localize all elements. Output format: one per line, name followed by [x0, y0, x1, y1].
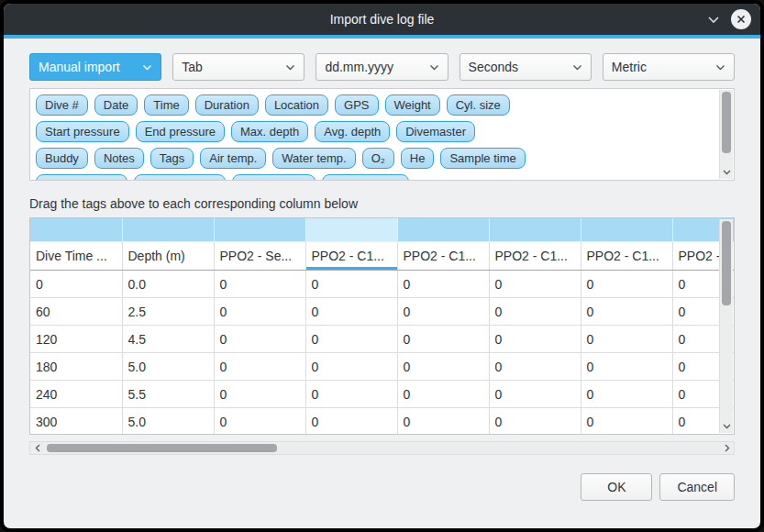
- tag-weight[interactable]: Weight: [385, 94, 440, 116]
- table-cell: 0: [581, 271, 672, 298]
- tag-time[interactable]: Time: [144, 94, 188, 116]
- tag-gps[interactable]: GPS: [335, 94, 378, 116]
- tag-avg-depth[interactable]: Avg. depth: [315, 121, 390, 142]
- combo-row: Manual importTabdd.mm.yyyySecondsMetric: [29, 53, 735, 81]
- drop-cell[interactable]: [581, 218, 672, 242]
- scroll-left-arrow[interactable]: [30, 442, 44, 454]
- combo-import-mode[interactable]: Manual import: [29, 53, 161, 81]
- tag-sample-cns[interactable]: Sample CNS: [322, 174, 409, 181]
- chevron-down-icon: [723, 170, 731, 175]
- tag-water-temp[interactable]: Water temp.: [272, 148, 355, 169]
- titlebar-buttons: [707, 9, 760, 29]
- preview-table-frame: Dive Time ...Depth (m)PPO2 - Se...PPO2 -…: [29, 217, 735, 435]
- combo-duration-format[interactable]: Seconds: [460, 53, 592, 81]
- tag-pool-scrollbar[interactable]: [719, 90, 733, 179]
- tag-air-temp[interactable]: Air temp.: [200, 148, 266, 169]
- scrollbar-track[interactable]: [44, 442, 720, 454]
- table-cell: 0: [581, 326, 672, 353]
- table-cell: 0: [214, 271, 305, 298]
- column-header: PPO2 - Se...: [214, 242, 305, 271]
- table-cell: 0: [489, 381, 581, 408]
- ok-button[interactable]: OK: [581, 473, 652, 501]
- scroll-down-arrow[interactable]: [720, 419, 733, 433]
- tag-o[interactable]: O₂: [362, 148, 394, 169]
- tag-max-depth[interactable]: Max. depth: [231, 121, 308, 142]
- close-button[interactable]: [731, 9, 751, 29]
- combo-field-separator[interactable]: Tab: [172, 53, 304, 81]
- tag-cyl-size[interactable]: Cyl. size: [447, 94, 510, 116]
- tag-sample-depth[interactable]: Sample depth: [36, 174, 127, 181]
- combo-value: Seconds: [469, 60, 572, 74]
- drop-cell[interactable]: [397, 218, 489, 242]
- table-cell: 0: [397, 408, 489, 436]
- tag-location[interactable]: Location: [265, 94, 328, 116]
- chevron-down-icon: [715, 64, 725, 71]
- tag-start-pressure[interactable]: Start pressure: [36, 121, 129, 142]
- table-cell: 0: [489, 408, 581, 436]
- table-cell: 0: [581, 353, 672, 381]
- scrollbar-thumb[interactable]: [47, 444, 277, 452]
- tag-date[interactable]: Date: [94, 94, 138, 116]
- scroll-down-arrow[interactable]: [720, 165, 733, 179]
- column-header: PPO2 - C1...: [397, 242, 489, 271]
- dialog-body: Manual importTabdd.mm.yyyySecondsMetric …: [4, 39, 760, 528]
- table-cell: 0: [214, 353, 305, 381]
- scroll-right-arrow[interactable]: [720, 442, 734, 454]
- table-cell: 0.0: [122, 271, 214, 298]
- table-cell: 0: [305, 326, 397, 353]
- table-horizontal-scrollbar[interactable]: [29, 441, 735, 455]
- column-header: PPO2 - C1...: [489, 242, 581, 271]
- table-cell: 0: [305, 381, 397, 408]
- drop-cell[interactable]: [489, 218, 581, 242]
- tag-dive[interactable]: Dive #: [36, 94, 88, 116]
- chevron-right-icon: [725, 444, 730, 452]
- table-cell: 2.5: [122, 298, 214, 326]
- combo-date-format[interactable]: dd.mm.yyyy: [316, 53, 448, 81]
- tag-buddy[interactable]: Buddy: [36, 148, 88, 169]
- drop-cell[interactable]: [122, 218, 214, 242]
- cancel-button[interactable]: Cancel: [659, 473, 735, 501]
- column-header: Depth (m): [122, 242, 214, 271]
- titlebar-chevron-down-icon[interactable]: [707, 16, 720, 24]
- tag-sample-temp[interactable]: Sample temp.: [134, 174, 226, 181]
- scrollbar-track[interactable]: [720, 219, 733, 419]
- table-row: 1805.0000000: [30, 353, 735, 381]
- table-cell: 0: [489, 271, 581, 298]
- table-cell: 4.5: [122, 326, 214, 353]
- titlebar[interactable]: Import dive log file: [4, 4, 760, 35]
- combo-units[interactable]: Metric: [603, 53, 735, 81]
- tag-tags[interactable]: Tags: [150, 148, 194, 169]
- table-cell: 0: [397, 381, 489, 408]
- scrollbar-thumb[interactable]: [722, 221, 731, 305]
- table-cell: 5.5: [122, 381, 214, 408]
- table-cell: 0: [581, 298, 672, 326]
- header-row: Dive Time ...Depth (m)PPO2 - Se...PPO2 -…: [30, 242, 735, 271]
- table-cell: 300: [30, 408, 122, 436]
- tag-duration[interactable]: Duration: [195, 94, 259, 116]
- instruction-text: Drag the tags above to each correspondin…: [29, 196, 735, 211]
- drop-cell[interactable]: [214, 218, 305, 242]
- tag-sample-po[interactable]: Sample pO₂: [232, 174, 315, 181]
- window-frame: Import dive log file Manual importTabdd.…: [0, 0, 764, 532]
- tag-he[interactable]: He: [401, 148, 435, 169]
- table-cell: 0: [397, 298, 489, 326]
- table-row: 1204.5000000: [30, 326, 735, 353]
- tag-end-pressure[interactable]: End pressure: [136, 121, 225, 142]
- drop-cell[interactable]: [305, 218, 397, 242]
- drop-target-row: [30, 218, 735, 242]
- tag-divemaster[interactable]: Divemaster: [396, 121, 475, 142]
- chevron-down-icon: [142, 64, 152, 71]
- table-cell: 180: [30, 353, 122, 381]
- scrollbar-track[interactable]: [720, 90, 733, 165]
- tag-sample-time[interactable]: Sample time: [440, 148, 525, 169]
- drop-cell[interactable]: [30, 218, 122, 242]
- table-cell: 0: [305, 298, 397, 326]
- chevron-down-icon: [429, 64, 439, 71]
- window-title: Import dive log file: [4, 12, 760, 27]
- scrollbar-thumb[interactable]: [722, 92, 731, 153]
- tag-row: Sample depthSample temp.Sample pO₂Sample…: [36, 174, 714, 181]
- combo-value: Metric: [612, 60, 715, 74]
- tag-notes[interactable]: Notes: [94, 148, 144, 169]
- table-cell: 0: [214, 381, 305, 408]
- table-scrollbar[interactable]: [719, 219, 733, 433]
